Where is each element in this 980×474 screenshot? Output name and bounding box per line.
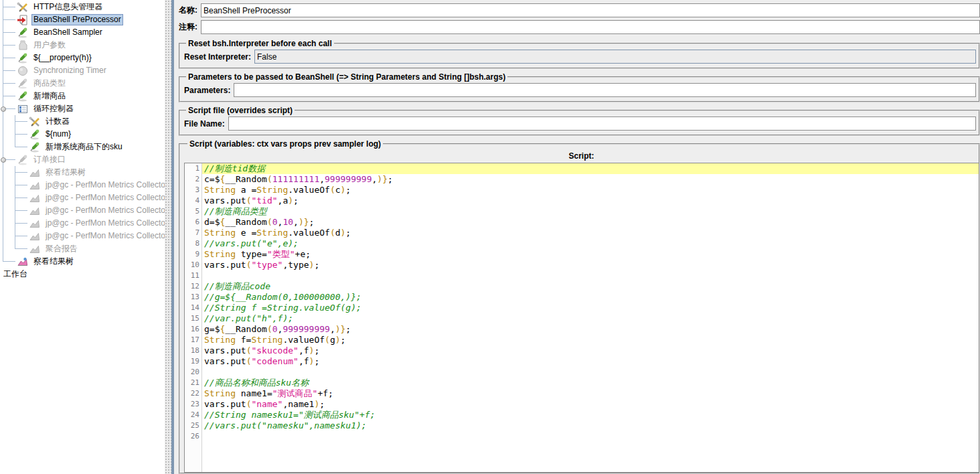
tree-item-label: 察看结果树 <box>44 167 88 178</box>
line-number: 11 <box>185 270 199 281</box>
code-area[interactable]: //制造tid数据c=${__Random(111111111,99999999… <box>202 163 979 472</box>
name-input[interactable] <box>201 3 980 17</box>
code-line[interactable]: //vars.put("e",e); <box>202 238 979 249</box>
code-line[interactable]: //g=${__Random(0,100000000,)}; <box>202 292 979 303</box>
tree-item[interactable]: 察看结果树 <box>0 166 165 179</box>
tree-item[interactable]: ${num} <box>0 128 165 141</box>
code-line[interactable]: vars.put("type",type); <box>202 260 979 270</box>
tree-item[interactable]: 商品类型 <box>0 77 165 90</box>
tree-item-label: jp@gc - PerfMon Metrics Collector <box>44 230 165 242</box>
test-plan-tree: HTTP信息头管理器BeanShell PreProcessorBeanShel… <box>0 0 165 474</box>
tree-item[interactable]: Synchronizing Timer <box>0 64 165 77</box>
tree-item[interactable]: 察看结果树 <box>0 255 165 268</box>
code-line[interactable]: String f=String.valueOf(g); <box>202 335 979 345</box>
expand-handle-icon[interactable] <box>1 157 6 163</box>
script-group-title: Script (variables: ctx vars props prev s… <box>187 139 383 149</box>
code-line[interactable]: d=${__Random(0,10,)}; <box>202 217 979 228</box>
tree-item-label: BeanShell Sampler <box>31 27 104 38</box>
tree-item[interactable]: 新增商品 <box>0 90 165 102</box>
parameters-label: Parameters: <box>184 86 230 95</box>
tree-item-label: jp@gc - PerfMon Metrics Collector <box>44 192 165 204</box>
sampler-gray-icon <box>16 78 29 89</box>
line-number: 4 <box>185 195 199 206</box>
line-number: 10 <box>185 260 199 270</box>
line-number: 7 <box>185 228 199 238</box>
parameters-input[interactable] <box>234 83 976 97</box>
timer-icon <box>16 66 29 76</box>
code-line[interactable]: vars.put("codenum",f); <box>202 356 979 367</box>
line-number: 16 <box>185 324 199 335</box>
file-name-input[interactable] <box>228 116 976 131</box>
chart-gray-icon <box>28 180 42 191</box>
tree-item[interactable]: jp@gc - PerfMon Metrics Collector <box>0 179 165 191</box>
chart-gray-icon <box>28 167 42 178</box>
code-line[interactable]: //制造商品类型 <box>202 206 979 217</box>
code-line[interactable]: //String namesku1="测试商品sku"+f; <box>202 410 979 420</box>
code-line[interactable] <box>202 431 979 442</box>
tree-item-label: jp@gc - PerfMon Metrics Collector <box>44 218 165 229</box>
tree-item-label: ${__property(h)} <box>31 52 94 64</box>
tree-item[interactable]: 计数器 <box>0 115 165 128</box>
tree-item[interactable]: 工作台 <box>0 268 165 281</box>
tree-item-label: 聚合报告 <box>44 243 80 254</box>
code-line[interactable]: vars.put("skucode",f); <box>202 345 979 356</box>
line-number: 6 <box>185 217 199 228</box>
tree-item-label: 计数器 <box>44 116 72 127</box>
tree-item-label: 用户参数 <box>31 40 68 51</box>
line-number: 12 <box>185 281 199 292</box>
line-number: 21 <box>185 378 199 388</box>
code-line[interactable]: String a =String.valueOf(c); <box>202 185 979 195</box>
code-line[interactable] <box>202 270 979 281</box>
script-editor[interactable]: 1234567891011121314151617181920212223242… <box>184 163 979 473</box>
reset-interpreter-field[interactable] <box>254 50 976 64</box>
chart-gray-icon <box>28 244 42 254</box>
tree-item[interactable]: BeanShell PreProcessor <box>0 13 165 26</box>
reset-interpreter-row: Reset Interpreter: <box>184 50 976 64</box>
code-line[interactable] <box>202 367 979 378</box>
tree-item[interactable]: jp@gc - PerfMon Metrics Collector <box>0 204 165 217</box>
split-pane-divider[interactable] <box>165 0 174 474</box>
code-line[interactable]: String e =String.valueOf(d); <box>202 228 979 238</box>
tree-item[interactable]: jp@gc - PerfMon Metrics Collector <box>0 230 165 242</box>
script-label: Script: <box>184 149 979 163</box>
line-number: 23 <box>185 399 199 410</box>
comment-label: 注释: <box>179 21 197 33</box>
tree-item-label: BeanShell PreProcessor <box>31 14 123 25</box>
tree-item[interactable]: 用户参数 <box>0 39 165 52</box>
tree-item[interactable]: 新增系统商品下的sku <box>0 141 165 153</box>
code-line[interactable]: String type="类型"+e; <box>202 249 979 260</box>
parameters-group-title: Parameters to be passed to BeanShell (=>… <box>186 72 507 82</box>
expand-handle-icon[interactable] <box>1 106 6 112</box>
line-number: 19 <box>185 356 199 367</box>
tree-item[interactable]: HTTP信息头管理器 <box>0 1 165 13</box>
code-line[interactable]: //制造商品code <box>202 281 979 292</box>
code-line[interactable]: String name1="测试商品"+f; <box>202 388 979 399</box>
chart-gray-icon <box>28 193 42 204</box>
code-line[interactable]: vars.put("name",name1); <box>202 399 979 410</box>
tree-item[interactable]: 循环控制器 <box>0 102 165 115</box>
name-label: 名称: <box>179 5 197 16</box>
tree-item[interactable]: 聚合报告 <box>0 242 165 255</box>
code-line[interactable]: //var.put("h",f); <box>202 313 979 324</box>
tree-item[interactable]: BeanShell Sampler <box>0 26 165 39</box>
tree-item-label: 循环控制器 <box>31 103 76 114</box>
comment-input[interactable] <box>201 20 980 34</box>
tree-item[interactable]: jp@gc - PerfMon Metrics Collector <box>0 217 165 230</box>
tree-item-label: 察看结果树 <box>31 256 76 267</box>
code-line[interactable]: //制造tid数据 <box>202 163 979 174</box>
tree-item-label: HTTP信息头管理器 <box>31 1 104 13</box>
tree-item[interactable]: jp@gc - PerfMon Metrics Collector <box>0 191 165 204</box>
code-line[interactable]: c=${__Random(111111111,999999999,)}; <box>202 174 979 185</box>
code-line[interactable]: //vars.put("namesku",namesku1); <box>202 420 979 431</box>
line-number: 15 <box>185 313 199 324</box>
tree-item-label: ${num} <box>44 129 73 140</box>
code-line[interactable]: g=${__Random(0,999999999,)}; <box>202 324 979 335</box>
sampler-icon <box>16 53 29 64</box>
sampler-icon <box>16 27 29 38</box>
tree-item[interactable]: 订单接口 <box>0 153 165 166</box>
code-line[interactable]: vars.put("tid",a); <box>202 195 979 206</box>
code-line[interactable]: //String f =String.valueOf(g); <box>202 303 979 313</box>
tree-item[interactable]: ${__property(h)} <box>0 52 165 64</box>
code-line[interactable]: //商品名称和商品sku名称 <box>202 378 979 388</box>
line-number: 25 <box>185 420 199 431</box>
